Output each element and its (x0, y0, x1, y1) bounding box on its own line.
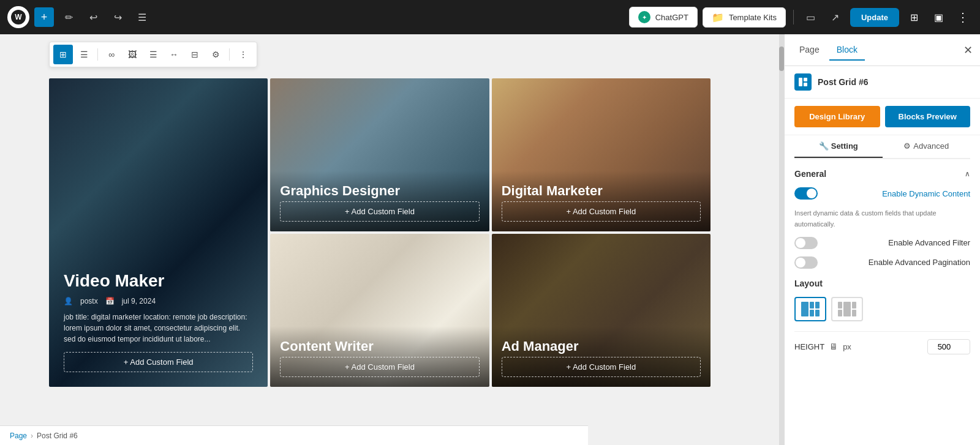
update-button[interactable]: Update (850, 8, 899, 27)
height-label: HEIGHT (794, 342, 824, 351)
redo-button[interactable]: ↪ (108, 7, 127, 27)
graphics-designer-add-field-button[interactable]: + Add Custom Field (280, 201, 479, 222)
svg-rect-9 (843, 302, 851, 316)
toolbar-table-button[interactable]: ⊟ (185, 45, 205, 64)
content-writer-add-field-button[interactable]: + Add Custom Field (280, 357, 479, 377)
grid-item-graphics-designer: Graphics Designer + Add Custom Field (270, 78, 489, 231)
list-view-button[interactable]: ☰ (132, 7, 152, 27)
ad-manager-add-field-button[interactable]: + Add Custom Field (502, 357, 701, 377)
breadcrumb-sep: › (31, 432, 33, 440)
advanced-filter-knob (796, 238, 805, 248)
layout-section-title: Layout (794, 279, 823, 288)
advanced-filter-label: Enable Advanced Filter (888, 238, 970, 247)
add-block-button[interactable]: + (34, 7, 54, 27)
undo-button[interactable]: ↩ (83, 7, 103, 27)
sidebar-toggle-button[interactable]: ▣ (929, 7, 948, 27)
more-options-button[interactable]: ⋮ (953, 7, 973, 27)
panel-settings-content: General ∧ Enable Dynamic Content (785, 159, 980, 445)
tab-setting[interactable]: 🔧 Setting (794, 135, 883, 158)
svg-rect-4 (810, 302, 814, 309)
block-name-label: Post Grid #6 (818, 77, 868, 87)
dynamic-content-label: Enable Dynamic Content (882, 189, 970, 198)
tab-page[interactable]: Page (792, 40, 827, 61)
dynamic-content-toggle-wrap[interactable] (794, 187, 818, 200)
editor-area: ⊞ ☰ ∞ 🖼 ☰ ↔ ⊟ ⚙ ⋮ Video Maker 👤 (0, 34, 784, 445)
toolbar-image-button[interactable]: 🖼 (123, 45, 142, 64)
scrollbar-thumb[interactable] (779, 47, 784, 71)
svg-rect-2 (804, 83, 807, 86)
height-input[interactable] (927, 339, 970, 354)
dynamic-content-toggle[interactable] (794, 187, 818, 200)
toolbar-more-button[interactable]: ⋮ (233, 45, 253, 64)
template-kits-button[interactable]: 📁 Template Kits (703, 7, 786, 28)
svg-rect-1 (804, 78, 807, 81)
advanced-filter-toggle[interactable] (794, 237, 818, 249)
toolbar-list-button[interactable]: ☰ (74, 45, 94, 64)
edit-icon-button[interactable]: ✏ (59, 7, 78, 27)
layout-section-header: Layout (794, 279, 970, 288)
svg-rect-3 (801, 302, 809, 316)
advanced-filter-row: Enable Advanced Filter (794, 237, 970, 249)
video-maker-excerpt: job title: digital marketer location: re… (64, 312, 253, 345)
svg-rect-0 (799, 78, 802, 86)
divider (793, 10, 794, 24)
graphics-designer-overlay: Graphics Designer + Add Custom Field (270, 171, 489, 231)
blocks-preview-button[interactable]: Blocks Preview (885, 106, 971, 127)
svg-rect-10 (852, 302, 856, 309)
advanced-filter-toggle-wrap[interactable] (794, 237, 818, 249)
panel-action-buttons: Design Library Blocks Preview (785, 99, 980, 135)
layout-option-1[interactable] (794, 297, 826, 321)
grid-item-video-maker: Video Maker 👤 postx 📅 jul 9, 2024 job ti… (49, 78, 268, 387)
advanced-pagination-toggle[interactable] (794, 256, 818, 269)
graphics-designer-title: Graphics Designer (280, 183, 479, 199)
toolbar-align-button[interactable]: ☰ (143, 45, 163, 64)
multisite-button[interactable]: ⊞ (904, 7, 924, 27)
toggle-knob (807, 189, 816, 198)
height-row: HEIGHT 🖥 px (794, 331, 970, 354)
grid-item-digital-marketer: Digital Marketer + Add Custom Field (492, 78, 710, 231)
general-section-title: General (794, 169, 826, 179)
grid-item-content-writer: Content Writer + Add Custom Field (270, 234, 489, 387)
tab-block[interactable]: Block (829, 40, 865, 61)
device-desktop-button[interactable]: ▭ (801, 7, 821, 27)
toolbar-link-button[interactable]: ∞ (102, 45, 121, 64)
video-maker-title: Video Maker (64, 271, 253, 291)
general-chevron-icon[interactable]: ∧ (965, 170, 970, 178)
height-unit: px (843, 342, 851, 351)
tab-advanced[interactable]: ⚙ Advanced (883, 135, 971, 158)
breadcrumb-current: Post Grid #6 (37, 432, 78, 440)
design-library-button[interactable]: Design Library (794, 106, 880, 127)
post-grid: Video Maker 👤 postx 📅 jul 9, 2024 job ti… (49, 78, 710, 387)
video-maker-add-field-button[interactable]: + Add Custom Field (64, 352, 253, 372)
advanced-pagination-toggle-wrap[interactable] (794, 256, 818, 269)
digital-marketer-overlay: Digital Marketer + Add Custom Field (492, 171, 710, 231)
advanced-pagination-row: Enable Advanced Pagination (794, 256, 970, 269)
advanced-pagination-label: Enable Advanced Pagination (869, 258, 970, 267)
toolbar-width-button[interactable]: ↔ (164, 45, 184, 64)
chatgpt-button[interactable]: ✦ ChatGPT (629, 7, 698, 28)
panel-tabs: Page Block ✕ (785, 34, 980, 66)
svg-rect-5 (815, 302, 820, 309)
ad-manager-overlay: Ad Manager + Add Custom Field (492, 326, 710, 387)
video-maker-meta: 👤 postx 📅 jul 9, 2024 (64, 297, 253, 305)
svg-rect-6 (810, 310, 814, 316)
editor-scrollbar[interactable] (779, 34, 784, 445)
panel-close-button[interactable]: ✕ (963, 43, 973, 57)
preview-button[interactable]: ↗ (826, 7, 845, 27)
chatgpt-icon: ✦ (638, 11, 650, 23)
breadcrumb: Page › Post Grid #6 (0, 425, 588, 445)
meta-date: jul 9, 2024 (122, 297, 156, 305)
main-layout: ⊞ ☰ ∞ 🖼 ☰ ↔ ⊟ ⚙ ⋮ Video Maker 👤 (0, 34, 980, 445)
toolbar-grid-button[interactable]: ⊞ (53, 45, 73, 64)
digital-marketer-add-field-button[interactable]: + Add Custom Field (502, 201, 701, 222)
gear-icon: ⚙ (903, 141, 911, 151)
svg-rect-7 (815, 310, 820, 316)
toolbar-settings-button[interactable]: ⚙ (206, 45, 225, 64)
advanced-pagination-knob (796, 258, 805, 267)
breadcrumb-page-link[interactable]: Page (10, 432, 27, 440)
block-icon (794, 73, 812, 91)
right-panel: Page Block ✕ Post Grid #6 Design Library… (784, 34, 980, 445)
ad-manager-title: Ad Manager (502, 338, 701, 354)
top-bar: W + ✏ ↩ ↪ ☰ ✦ ChatGPT 📁 Template Kits ▭ … (0, 0, 980, 34)
layout-option-2[interactable] (831, 297, 863, 321)
